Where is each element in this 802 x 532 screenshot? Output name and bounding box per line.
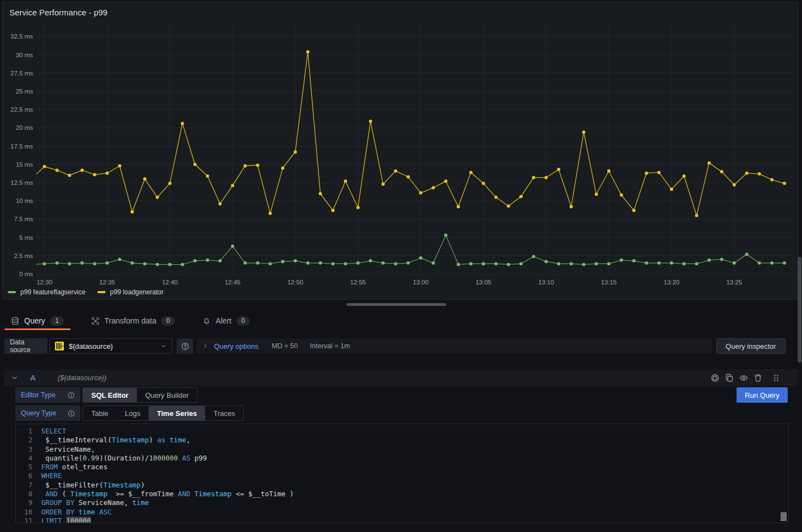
line-number: 10 [16, 508, 41, 517]
collapse-chevron-icon[interactable] [11, 374, 18, 381]
line-number: 8 [16, 490, 41, 498]
svg-text:22.5 ms: 22.5 ms [10, 106, 33, 113]
code-token: GROUP BY [41, 498, 74, 507]
code-token: time [133, 498, 149, 507]
code-token: time [79, 508, 95, 517]
code-token: AS [182, 454, 190, 463]
editor-scrollbar-thumb[interactable] [781, 512, 787, 521]
svg-text:12:40: 12:40 [162, 279, 178, 286]
query-ref-id: A [30, 374, 36, 382]
svg-text:13:05: 13:05 [475, 279, 491, 286]
hide-query-eye-icon[interactable] [739, 374, 748, 382]
code-token: >= $__fromTime [107, 490, 178, 498]
svg-text:15 ms: 15 ms [16, 161, 34, 168]
line-number: 5 [16, 463, 41, 471]
svg-text:13:00: 13:00 [413, 279, 429, 286]
svg-text:32.5 ms: 32.5 ms [10, 33, 33, 40]
svg-text:13:25: 13:25 [726, 279, 742, 286]
query-type-table[interactable]: Table [83, 406, 117, 420]
code-token: )(Duration)/ [99, 454, 149, 463]
code-token: ) [141, 481, 145, 490]
code-line: 9GROUP BY ServiceName, time [16, 498, 788, 507]
svg-text:12:45: 12:45 [224, 279, 240, 286]
line-number: 11 [16, 517, 41, 523]
info-circle-icon[interactable] [68, 410, 75, 417]
sql-code-editor[interactable]: 1SELECT2 $__timeInterval(Timestamp) as t… [15, 424, 789, 523]
code-token [74, 508, 79, 517]
line-number: 9 [16, 498, 41, 507]
svg-text:12:50: 12:50 [287, 279, 303, 286]
tab-query-count: 1 [50, 316, 64, 326]
svg-text:30 ms: 30 ms [16, 52, 34, 58]
code-token: $__timeInterval( [41, 436, 112, 445]
tab-alert[interactable]: Alert 0 [196, 311, 256, 330]
tab-transform-count: 0 [161, 316, 175, 326]
svg-text:13:15: 13:15 [601, 279, 617, 286]
query-type-logs[interactable]: Logs [117, 406, 149, 420]
horizontal-scrollbar-thumb[interactable] [347, 303, 446, 306]
datasource-label: Data source [4, 338, 47, 354]
editor-type-label: Editor Type [15, 387, 80, 403]
chevron-down-icon [160, 343, 167, 349]
line-number: 7 [16, 481, 41, 490]
query-options-toggle[interactable]: Query options MD = 50 Interval = 1m [196, 338, 712, 354]
editor-type-sql-editor[interactable]: SQL Editor [83, 388, 137, 402]
svg-text:12:55: 12:55 [350, 279, 366, 286]
svg-text:17.5 ms: 17.5 ms [10, 143, 33, 150]
code-token: Timestamp [112, 436, 149, 445]
line-number: 6 [16, 471, 41, 480]
code-token: ) [149, 436, 157, 445]
code-token: AND [46, 490, 58, 498]
tab-query[interactable]: Query 1 [4, 311, 70, 330]
query-type-traces[interactable]: Traces [205, 406, 243, 420]
svg-text:0 ms: 0 ms [19, 271, 33, 277]
query-options-md: MD = 50 [272, 342, 298, 350]
chart-legend: p99 featureflagservicep99 loadgenerator [8, 288, 164, 296]
code-token: , [186, 436, 190, 445]
query-inspector-button[interactable]: Query inspector [716, 338, 785, 354]
tab-alert-label: Alert [216, 316, 232, 325]
editor-type-query-builder[interactable]: Query Builder [137, 388, 197, 402]
disable-query-icon[interactable] [711, 374, 719, 382]
drag-handle-icon[interactable] [772, 374, 781, 382]
duplicate-query-icon[interactable] [725, 374, 734, 382]
chevron-right-icon [202, 343, 208, 349]
query-type-time-series[interactable]: Time Series [149, 406, 205, 420]
code-token: $__timeFilter( [41, 481, 103, 490]
code-line: 1SELECT [16, 427, 788, 436]
code-token: Timestamp [70, 490, 108, 498]
svg-text:12:35: 12:35 [99, 279, 115, 286]
code-token: ( [58, 490, 70, 498]
legend-series-label: p99 loadgenerator [110, 288, 163, 296]
database-icon [11, 317, 19, 325]
editor-type-switcher: SQL Editor Query Builder [83, 387, 197, 403]
page-scrollbar-thumb[interactable] [798, 257, 801, 363]
datasource-help-button[interactable] [177, 338, 193, 354]
svg-text:27.5 ms: 27.5 ms [10, 70, 33, 76]
line-number: 2 [16, 436, 41, 445]
code-token: SELECT [41, 427, 66, 436]
svg-text:7.5 ms: 7.5 ms [14, 216, 33, 222]
code-token: 100000 [66, 517, 91, 523]
query-options-link[interactable]: Query options [214, 342, 259, 350]
svg-text:13:20: 13:20 [663, 279, 679, 286]
grafana-edit-panel-page: Service Performance - p99 0 ms2.5 ms5 ms… [0, 0, 802, 532]
tab-transform-data[interactable]: Transform data 0 [85, 311, 182, 330]
info-circle-icon[interactable] [68, 392, 75, 399]
delete-query-trash-icon[interactable] [754, 374, 762, 382]
query-row-header[interactable]: A (${datasource}) [4, 369, 798, 386]
code-token: LIMIT [41, 517, 62, 523]
svg-text:10 ms: 10 ms [16, 198, 34, 204]
legend-item[interactable]: p99 featureflagservice [8, 288, 85, 296]
datasource-select[interactable]: ${datasource} [50, 338, 172, 354]
tab-query-label: Query [24, 316, 45, 325]
code-lines: 1SELECT2 $__timeInterval(Timestamp) as t… [16, 427, 788, 523]
bell-icon [202, 317, 211, 325]
timeseries-chart[interactable]: 0 ms2.5 ms5 ms7.5 ms10 ms12.5 ms15 ms17.… [0, 0, 802, 300]
datasource-value: ${datasource} [69, 342, 113, 350]
legend-item[interactable]: p99 loadgenerator [97, 288, 163, 296]
code-token: ServiceName, [41, 445, 95, 454]
code-token: <= $__toTime ) [232, 490, 294, 498]
run-query-button[interactable]: Run Query [737, 387, 788, 403]
query-type-label: Query Type [15, 405, 80, 421]
